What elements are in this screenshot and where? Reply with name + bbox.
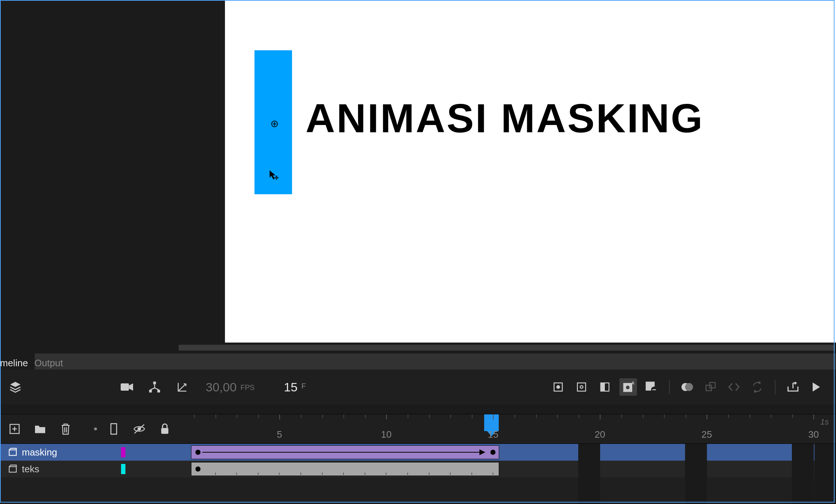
tab-timeline[interactable]: meline (0, 353, 35, 370)
layer-name: teks (22, 464, 39, 475)
lock-icon[interactable] (156, 420, 174, 438)
svg-rect-22 (111, 424, 117, 434)
layer-type-icon (8, 464, 18, 474)
move-cursor-icon (269, 169, 280, 180)
blank-keyframe-icon[interactable] (573, 378, 590, 396)
layer-row-teks[interactable]: teks (0, 461, 836, 477)
play-icon[interactable] (808, 378, 825, 396)
auto-keyframe-icon[interactable]: A (619, 378, 637, 396)
export-icon[interactable] (784, 378, 802, 396)
ruler-number: 15 (488, 429, 498, 440)
outline-icon[interactable] (105, 420, 123, 438)
frame-label: F (302, 382, 306, 390)
svg-rect-6 (578, 383, 586, 391)
layers-container: masking teks (0, 444, 836, 504)
ruler-number: 25 (701, 429, 712, 440)
ruler-number: 10 (381, 429, 392, 440)
layer-type-icon (8, 448, 18, 457)
registration-point-icon (271, 121, 278, 127)
svg-rect-25 (161, 428, 168, 434)
canvas-text[interactable]: ANIMASI MASKING (306, 95, 704, 142)
svg-line-24 (135, 425, 144, 433)
tab-timeline-label: meline (0, 358, 28, 369)
stage-area: ANIMASI MASKING (0, 0, 836, 348)
delete-layer-icon[interactable] (57, 420, 74, 438)
stage-horizontal-scrollbar[interactable] (179, 345, 835, 351)
code-snippet-icon (725, 378, 743, 396)
layer-name: masking (22, 447, 57, 458)
tab-output-label: Output (35, 358, 63, 369)
layer-row-masking[interactable]: masking (0, 444, 836, 461)
svg-point-5 (557, 386, 560, 388)
fps-readout[interactable]: 30,00 FPS (206, 380, 254, 394)
layers-stack-icon[interactable] (7, 378, 24, 396)
onion-skin-icon[interactable] (678, 378, 696, 396)
ruler-number: 5 (277, 429, 282, 440)
convert-symbol-icon (748, 378, 766, 396)
svg-rect-1 (153, 382, 156, 384)
svg-rect-0 (121, 383, 129, 391)
ruler-number: 20 (595, 429, 605, 440)
graph-icon[interactable] (174, 378, 191, 396)
rig-icon[interactable] (146, 378, 163, 396)
visibility-icon[interactable] (131, 420, 148, 438)
new-layer-icon[interactable] (6, 420, 23, 438)
tab-output[interactable]: Output (35, 353, 70, 370)
svg-rect-27 (9, 467, 16, 472)
swap-symbol-icon (702, 378, 719, 396)
panel-tabs: meline Output (0, 353, 836, 370)
fps-value: 30,00 (206, 380, 237, 394)
layer-header: 1s 51015202530 (0, 414, 836, 444)
empty-layer-space (0, 477, 836, 504)
svg-rect-2 (149, 390, 152, 393)
svg-text:A: A (631, 381, 634, 386)
layer-track-masking[interactable] (191, 444, 836, 461)
new-folder-icon[interactable] (31, 420, 49, 438)
svg-rect-9 (601, 383, 605, 391)
layer-track-teks[interactable] (191, 461, 836, 477)
frame-readout[interactable]: 15 F (269, 380, 306, 394)
remove-frame-icon[interactable] (643, 378, 660, 396)
frame-insert-icon[interactable] (596, 378, 614, 396)
ruler-number: 30 (808, 429, 819, 440)
svg-rect-26 (9, 450, 16, 456)
fps-label: FPS (241, 383, 255, 391)
highlight-dot-icon[interactable] (94, 427, 97, 430)
keyframe-insert-icon[interactable] (549, 378, 567, 396)
ruler-seconds-label: 1s (820, 417, 829, 427)
separator (669, 380, 670, 394)
svg-point-7 (580, 386, 583, 388)
camera-icon[interactable] (118, 378, 136, 396)
layer-color-swatch[interactable] (121, 464, 125, 474)
stage-canvas[interactable] (225, 0, 836, 343)
svg-point-18 (685, 383, 693, 391)
separator (775, 380, 775, 394)
timeline-ruler[interactable]: 1s 51015202530 (191, 414, 836, 444)
frame-value: 15 (284, 380, 298, 394)
svg-point-11 (626, 386, 630, 389)
svg-rect-3 (158, 390, 160, 393)
timeline-toolbar: 30,00 FPS 15 F A (0, 370, 836, 405)
svg-rect-16 (652, 389, 656, 390)
layer-color-swatch[interactable] (121, 447, 125, 457)
